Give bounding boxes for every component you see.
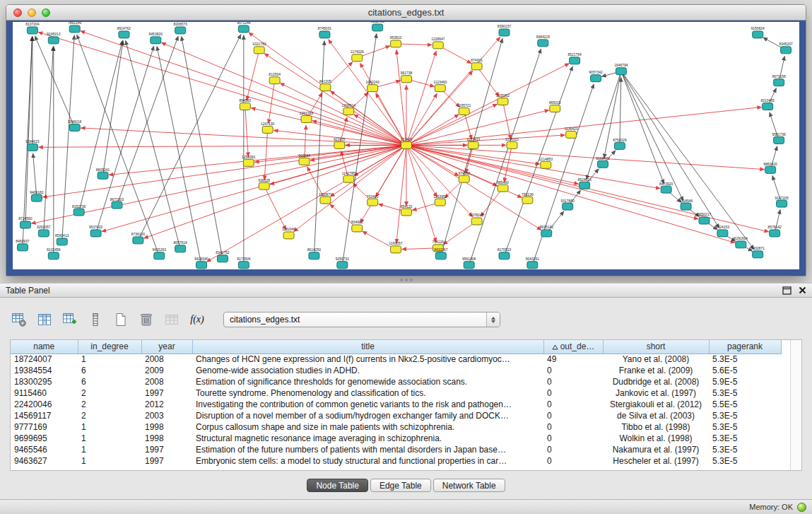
graph-node[interactable]: 1021783 [252, 42, 266, 53]
table-cell[interactable]: Genome-wide association studies in ADHD. [192, 365, 543, 376]
column-header-year[interactable]: year [141, 340, 192, 354]
graph-node[interactable]: 9147205 [775, 196, 789, 207]
graph-node[interactable]: 9284615 [25, 139, 40, 151]
table-cell[interactable]: 5.5E-5 [709, 399, 781, 410]
graph-node[interactable]: 8291604 [734, 236, 748, 247]
table-cell[interactable]: Disruption of a novel member of a sodium… [192, 410, 543, 421]
graph-node[interactable]: 894560 [240, 98, 252, 110]
table-row[interactable]: 911546021997Tourette syndrome. Phenomeno… [11, 387, 781, 399]
graph-node[interactable]: 1035721 [457, 103, 471, 115]
table-cell[interactable]: Estimation of the future numbers of pati… [192, 444, 543, 455]
table-cell[interactable]: Dudbridge et al. (2008) [603, 376, 709, 387]
create-column-button[interactable] [61, 310, 79, 329]
graph-node[interactable]: 8590413 [55, 233, 69, 245]
table-cell[interactable]: Stergiakouli et al. (2012) [603, 399, 709, 410]
table-cell[interactable]: 9463627 [11, 455, 78, 467]
table-cell[interactable]: 5.3E-5 [709, 444, 781, 455]
graph-node[interactable]: 9168472 [596, 156, 610, 168]
graph-node[interactable]: 9250731 [336, 257, 350, 268]
table-cell[interactable]: 22420046 [11, 399, 78, 410]
graph-node[interactable]: 9162408 [370, 22, 384, 31]
graph-node[interactable]: 1174026 [351, 49, 364, 61]
table-cell[interactable]: 1 [78, 421, 141, 433]
table-row[interactable]: 946362711997Embryonic stem cells: a mode… [11, 455, 781, 467]
graph-node[interactable]: 8137204 [25, 22, 40, 33]
table-cell[interactable]: 5.6E-5 [709, 365, 781, 376]
graph-node[interactable]: 1082243 [365, 80, 379, 91]
table-cell[interactable]: 1 [78, 444, 141, 455]
graph-node[interactable]: 8206573 [173, 22, 187, 33]
graph-node[interactable]: 936528 [258, 178, 270, 189]
graph-node[interactable]: 8521764 [567, 52, 582, 64]
graph-node[interactable]: 961738 [401, 71, 413, 82]
graph-node[interactable]: 8460937 [16, 239, 30, 250]
column-header-name[interactable]: name [11, 340, 78, 354]
graph-node[interactable]: 9263057 [37, 225, 51, 236]
graph-node[interactable]: 9537420 [89, 225, 103, 236]
table-row[interactable]: 1938455462009Genome-wide association stu… [11, 365, 781, 376]
table-cell[interactable]: 2003 [141, 410, 192, 421]
graph-node[interactable]: 9415263 [153, 247, 167, 259]
table-cell[interactable]: 5.3E-5 [709, 455, 781, 467]
network-canvas[interactable]: 1724031167433974562125395185412076340111… [13, 22, 799, 269]
graph-node[interactable]: 9057342 [589, 70, 603, 81]
graph-node[interactable]: 8745031 [318, 26, 332, 37]
graph-node[interactable]: 9346018 [68, 119, 82, 131]
table-cell[interactable]: Yano et al. (2008) [603, 354, 709, 365]
graph-node[interactable]: 1216102 [505, 137, 519, 148]
table-cell[interactable]: 49 [543, 354, 603, 365]
graph-node[interactable]: 854120 [401, 204, 413, 216]
graph-node[interactable]: 8863420 [763, 162, 777, 173]
graph-node[interactable]: 9724153 [716, 225, 730, 236]
graph-node[interactable]: 1258391 [242, 155, 256, 166]
table-cell[interactable]: 5.3E-5 [709, 433, 781, 444]
graph-node[interactable]: 834902 [351, 220, 363, 231]
function-builder-button[interactable]: f(x) [188, 310, 206, 329]
graph-node[interactable]: 812504 [269, 72, 281, 83]
graph-node[interactable]: 1150873 [319, 192, 332, 204]
table-cell[interactable]: 1998 [141, 421, 192, 433]
graph-node[interactable]: 1142785 [342, 171, 355, 182]
column-header-out-degree[interactable]: out_de… [543, 340, 603, 354]
column-header-title[interactable]: title [192, 340, 543, 354]
table-cell[interactable]: 1 [78, 433, 141, 444]
graph-node[interactable]: 1105362 [496, 93, 510, 105]
table-cell[interactable]: Structural magnetic resonance image aver… [192, 433, 543, 444]
graph-node[interactable]: 1228647 [431, 37, 445, 48]
table-cell[interactable]: 1997 [141, 455, 192, 467]
graph-node[interactable]: 9043261 [526, 257, 540, 268]
table-row[interactable]: 1456911722003Disruption of a novel membe… [11, 410, 781, 421]
table-cell[interactable]: 0 [543, 444, 603, 455]
table-cell[interactable]: 9115460 [11, 387, 78, 399]
graph-node[interactable]: 763401 [367, 194, 379, 206]
graph-node[interactable]: 9673158 [772, 74, 786, 86]
delete-table-button[interactable] [137, 310, 155, 329]
graph-node[interactable]: 1123460 [433, 80, 447, 91]
column-header-pagerank[interactable]: pagerank [709, 340, 781, 354]
graph-node[interactable]: 874931 [471, 58, 483, 69]
close-panel-icon[interactable] [799, 286, 806, 294]
graph-node[interactable]: 7862145 [68, 22, 82, 33]
table-cell[interactable]: 0 [543, 387, 603, 399]
table-row[interactable]: 946554611997Estimation of the future num… [11, 444, 781, 455]
table-cell[interactable]: 0 [543, 421, 603, 433]
table-cell[interactable]: 2 [78, 399, 141, 410]
graph-node[interactable]: 8524013 [577, 177, 592, 189]
table-cell[interactable]: 5.3E-5 [709, 354, 781, 365]
minimize-button[interactable] [28, 8, 36, 17]
graph-node[interactable]: 8614250 [307, 247, 322, 259]
graph-node[interactable]: 1182046 [282, 227, 295, 238]
graph-node[interactable]: 8914762 [117, 26, 131, 37]
table-row[interactable]: 1872400712008Changes of HCN gene express… [11, 354, 781, 365]
graph-node[interactable]: 953810 [390, 35, 402, 47]
table-cell[interactable]: 6 [78, 365, 141, 376]
table-cell[interactable]: Wolkin et al. (1998) [603, 433, 709, 444]
graph-node[interactable]: 9684215 [536, 35, 551, 46]
graph-node[interactable]: 9173506 [237, 257, 251, 268]
table-scrollbar[interactable] [790, 340, 801, 470]
table-cell[interactable]: 5.3E-5 [709, 410, 781, 421]
table-cell[interactable]: Hescheler et al. (1997) [603, 455, 709, 467]
graph-node[interactable]: 790236 [522, 192, 534, 204]
float-panel-icon[interactable] [782, 286, 792, 295]
graph-node[interactable]: 1193057 [389, 241, 403, 252]
